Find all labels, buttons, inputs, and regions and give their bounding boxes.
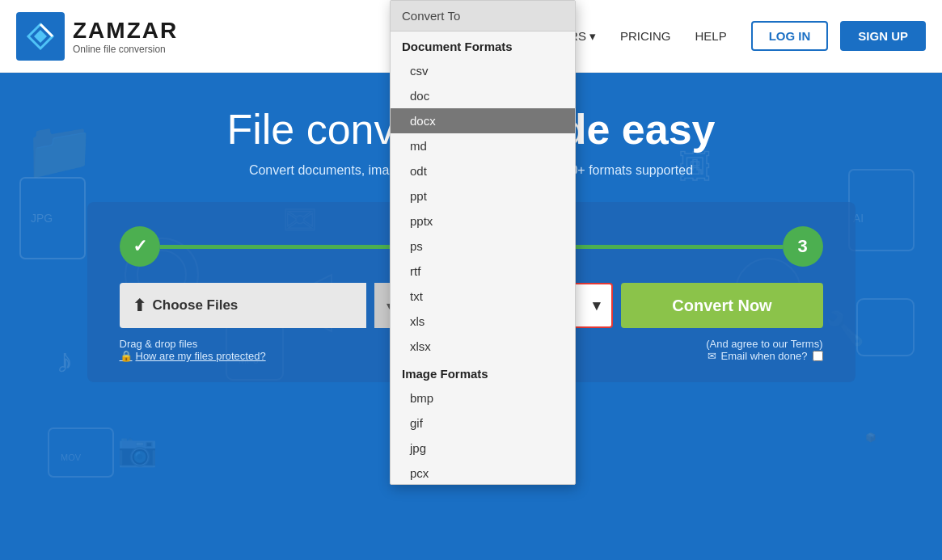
format-item-doc[interactable]: doc: [391, 83, 575, 108]
email-checkbox[interactable]: [813, 351, 823, 361]
format-item-rtf[interactable]: rtf: [391, 259, 575, 284]
choose-files-button[interactable]: ⬆ Choose Files: [120, 283, 367, 328]
format-item-docx[interactable]: docx: [391, 108, 575, 133]
dropdown-arrow-icon: ▾: [593, 297, 600, 314]
signup-button[interactable]: SIGN UP: [840, 21, 926, 51]
email-row: ✉ Email when done?: [706, 350, 822, 362]
format-item-ps[interactable]: ps: [391, 234, 575, 259]
document-formats-label: Document Formats: [391, 32, 575, 58]
format-item-pptx[interactable]: pptx: [391, 208, 575, 234]
left-info: Drag & drop files 🔒 How are my files pro…: [120, 338, 266, 362]
lock-icon: 🔒: [120, 350, 133, 362]
document-formats-list: csvdocdocxmdodtpptpptxpsrtftxtxlsxlsx: [391, 58, 575, 359]
step-1-circle: ✓: [120, 226, 160, 267]
format-item-ppt[interactable]: ppt: [391, 183, 575, 208]
format-item-gif[interactable]: gif: [391, 411, 575, 436]
format-item-csv[interactable]: csv: [391, 58, 575, 83]
svg-rect-4: [20, 178, 85, 259]
format-dropdown: Convert To Document Formats csvdocdocxmd…: [390, 0, 576, 485]
nav-pricing[interactable]: PRICING: [612, 23, 679, 49]
right-info: (And agree to our Terms) ✉ Email when do…: [706, 338, 822, 362]
convert-now-button[interactable]: Convert Now: [621, 283, 822, 328]
format-item-xlsx[interactable]: xlsx: [391, 334, 575, 359]
dropdown-scroll[interactable]: Document Formats csvdocdocxmdodtpptpptxp…: [391, 32, 575, 484]
logo-icon: [16, 12, 65, 61]
format-item-bmp[interactable]: bmp: [391, 385, 575, 411]
svg-text:MOV: MOV: [61, 453, 82, 462]
logo-name: ZAMZAR: [73, 18, 178, 44]
svg-text:📦: 📦: [865, 432, 877, 443]
protected-link[interactable]: 🔒 How are my files protected?: [120, 350, 266, 362]
checkmark-icon: ✓: [133, 236, 147, 257]
image-formats-label: Image Formats: [391, 359, 575, 385]
format-item-pcx[interactable]: pcx: [391, 461, 575, 484]
logo-tagline: Online file conversion: [73, 44, 178, 55]
format-item-txt[interactable]: txt: [391, 284, 575, 309]
svg-text:📷: 📷: [117, 430, 158, 469]
svg-text:📁: 📁: [24, 117, 95, 184]
svg-marker-1: [34, 30, 47, 43]
format-item-xls[interactable]: xls: [391, 309, 575, 334]
upload-icon: ⬆: [133, 296, 146, 315]
step-3-circle: 3: [783, 226, 823, 267]
agree-text: (And agree to our Terms): [706, 338, 822, 350]
svg-rect-16: [849, 170, 914, 251]
svg-rect-13: [49, 428, 113, 477]
logo-text: ZAMZAR Online file conversion: [73, 18, 178, 55]
email-icon: ✉: [708, 350, 716, 362]
drag-drop-text: Drag & drop files: [120, 338, 266, 350]
format-item-md[interactable]: md: [391, 133, 575, 158]
format-item-odt[interactable]: odt: [391, 158, 575, 183]
svg-text:♪: ♪: [57, 343, 73, 378]
svg-rect-20: [857, 299, 914, 356]
chevron-down-icon: ▾: [589, 29, 596, 44]
login-button[interactable]: LOG IN: [751, 21, 829, 51]
format-item-jpg[interactable]: jpg: [391, 436, 575, 461]
image-formats-list: bmpgifjpgpcx: [391, 385, 575, 484]
svg-text:JPG: JPG: [31, 212, 53, 225]
nav-help[interactable]: HELP: [686, 23, 734, 49]
dropdown-header: Convert To: [391, 1, 575, 32]
